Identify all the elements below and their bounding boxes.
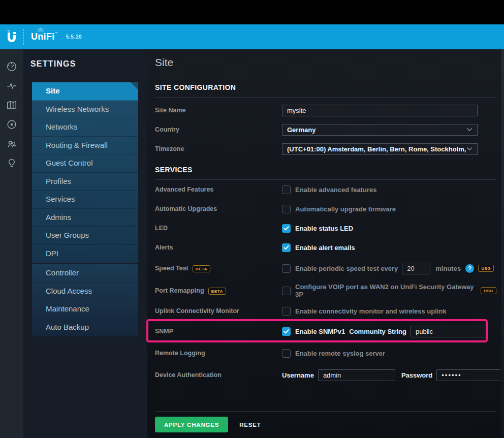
uplink-monitor-row: Uplink Connectivity Monitor Enable conne…	[155, 302, 496, 320]
sidebar-item-routing-firewall[interactable]: Routing & Firewall	[32, 137, 138, 155]
sidebar-item-cloud-access[interactable]: Cloud Access	[32, 283, 138, 301]
sidebar-item-site[interactable]: Site	[32, 82, 138, 101]
port-remapping-label: Port RemappingBETA	[155, 287, 282, 294]
speed-test-option-prefix: Enable periodic speed test every	[295, 265, 398, 272]
username-label: Username	[282, 371, 314, 379]
automatic-upgrades-option: Automatically upgrade firmware	[295, 205, 396, 213]
snmp-option: Enable SNMPv1	[295, 328, 345, 335]
sidebar-item-label: Admins	[46, 213, 71, 222]
devices-icon[interactable]	[6, 119, 18, 130]
advanced-features-checkbox[interactable]	[282, 185, 291, 194]
sidebar-item-label: Controller	[46, 268, 79, 277]
automatic-upgrades-label: Automatic Upgrades	[155, 205, 282, 212]
site-name-input[interactable]	[282, 105, 478, 116]
sidebar-item-label: Networks	[46, 122, 78, 131]
content-pane: Site SITE CONFIGURATION Site Name Countr…	[147, 49, 504, 438]
sidebar-item-label: Routing & Firewall	[46, 141, 108, 149]
alerts-label: Alerts	[155, 244, 282, 251]
sidebar-item-dpi[interactable]: DPI	[32, 245, 138, 263]
sidebar-item-label: Cloud Access	[46, 287, 92, 295]
timezone-select[interactable]: (UTC+01:00) Amsterdam, Berlin, Bern, Rom…	[282, 143, 478, 155]
remote-logging-checkbox[interactable]	[282, 349, 291, 358]
wifi-arc-icon	[37, 28, 44, 32]
sidebar-item-label: Profiles	[46, 177, 71, 185]
apply-changes-button[interactable]: APPLY CHANGES	[155, 417, 228, 432]
site-name-label: Site Name	[155, 107, 282, 114]
sidebar-item-label: DPI	[46, 249, 58, 258]
statistics-icon[interactable]	[6, 80, 18, 91]
timezone-row: Timezone (UTC+01:00) Amsterdam, Berlin, …	[155, 139, 496, 159]
usg-badge: USG	[478, 265, 494, 272]
device-authentication-label: Device Authentication	[155, 371, 282, 379]
reset-button[interactable]: RESET	[239, 422, 261, 428]
username-input[interactable]	[318, 369, 395, 381]
remote-logging-row: Remote Logging Enable remote syslog serv…	[155, 342, 496, 364]
sidebar-item-profiles[interactable]: Profiles	[32, 173, 138, 191]
automatic-upgrades-checkbox[interactable]	[282, 205, 291, 213]
header-divider	[23, 29, 24, 45]
sidebar-item-label: Maintenance	[46, 304, 89, 313]
password-input[interactable]	[436, 369, 504, 381]
site-name-row: Site Name	[155, 101, 496, 120]
unifi-logo: UniFi™	[31, 32, 58, 42]
nav-rail	[0, 49, 23, 438]
speed-test-checkbox[interactable]	[282, 264, 291, 273]
sidebar-item-user-groups[interactable]: User Groups	[32, 227, 138, 245]
divider	[155, 411, 496, 412]
sidebar-item-label: Auto Backup	[46, 323, 89, 331]
sidebar-item-label: Wireless Networks	[46, 105, 109, 113]
device-authentication-row: Device Authentication Username Password	[155, 364, 496, 386]
app-version: 5.5.20	[66, 34, 82, 40]
settings-menu-secondary: Controller Cloud Access Maintenance Auto…	[32, 264, 138, 336]
section-site-configuration: SITE CONFIGURATION	[155, 83, 496, 91]
community-string-input[interactable]	[411, 326, 487, 337]
speed-test-interval-input[interactable]	[402, 263, 430, 274]
port-remapping-checkbox[interactable]	[282, 287, 291, 295]
scrollbar[interactable]	[500, 49, 504, 438]
advanced-features-row: Advanced Features Enable advanced featur…	[155, 180, 496, 199]
snmp-label: SNMP	[155, 328, 282, 335]
alerts-checkbox[interactable]	[282, 243, 291, 252]
unifi-controller-window: UniFi™ 5.5.20 SETTINGS	[0, 0, 504, 438]
uplink-monitor-option: Enable connectivity monitor and wireless…	[295, 307, 447, 315]
sidebar-item-wireless-networks[interactable]: Wireless Networks	[32, 101, 138, 119]
beta-badge: BETA	[208, 288, 226, 295]
settings-menu: Site Wireless Networks Networks Routing …	[32, 82, 138, 263]
sidebar-item-label: Guest Control	[46, 159, 93, 167]
sidebar-item-admins[interactable]: Admins	[32, 209, 138, 227]
sidebar-item-auto-backup[interactable]: Auto Backup	[32, 319, 138, 337]
snmp-checkbox[interactable]	[282, 327, 291, 336]
sidebar-divider	[30, 78, 138, 78]
sidebar-item-maintenance[interactable]: Maintenance	[32, 300, 138, 319]
check-icon	[284, 226, 289, 231]
country-select[interactable]: Germany	[282, 124, 478, 136]
clients-icon[interactable]	[6, 138, 18, 149]
uplink-monitor-checkbox[interactable]	[282, 307, 291, 316]
advanced-features-option: Enable advanced features	[295, 186, 376, 194]
country-label: Country	[155, 126, 282, 133]
community-string-label: Community String	[349, 328, 406, 335]
sidebar-item-guest-control[interactable]: Guest Control	[32, 154, 138, 173]
beta-badge: BETA	[193, 265, 210, 272]
dashboard-icon[interactable]	[6, 61, 18, 72]
speed-test-option-suffix: minutes	[435, 265, 461, 272]
sidebar-item-services[interactable]: Services	[32, 191, 138, 209]
brand-text: UniFi	[31, 32, 55, 42]
alerts-row: Alerts Enable alert emails	[155, 238, 496, 257]
led-checkbox[interactable]	[282, 224, 291, 233]
ubiquiti-logo[interactable]	[0, 29, 23, 45]
country-row: Country Germany	[155, 120, 496, 139]
page-title: Site	[155, 56, 496, 70]
usg-badge: USG	[481, 287, 496, 294]
sidebar-item-networks[interactable]: Networks	[32, 118, 138, 137]
port-remapping-row: Port RemappingBETA Configure VOIP port a…	[155, 279, 496, 302]
sidebar-item-controller[interactable]: Controller	[32, 264, 138, 283]
help-icon[interactable]: ?	[465, 264, 474, 273]
map-icon[interactable]	[6, 100, 18, 111]
divider	[155, 76, 496, 76]
sidebar-item-label: Site	[46, 86, 60, 95]
check-icon	[284, 245, 289, 250]
settings-sidebar: SETTINGS Site Wireless Networks Networks…	[23, 49, 147, 438]
insights-icon[interactable]	[6, 158, 18, 169]
timezone-label: Timezone	[155, 145, 282, 152]
